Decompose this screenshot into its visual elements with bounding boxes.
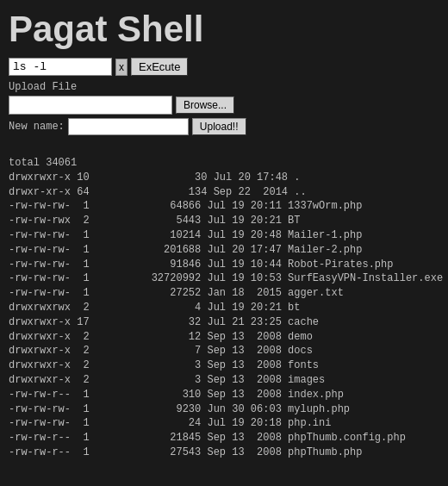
command-bar: x ExEcute <box>0 54 448 79</box>
output-area: total 34061 drwxrwxr-x 10 30 Jul 20 17:4… <box>0 147 448 469</box>
command-input[interactable] <box>9 58 112 76</box>
clear-button[interactable]: x <box>115 59 128 76</box>
file-row: Browse... <box>9 96 439 115</box>
file-input[interactable] <box>9 96 172 115</box>
newname-label: New name: <box>9 121 65 133</box>
newname-input[interactable] <box>68 118 189 135</box>
page-title: Pagat Shell <box>0 0 448 54</box>
browse-button[interactable]: Browse... <box>176 97 234 114</box>
upload-button[interactable]: Upload!! <box>192 118 246 135</box>
upload-file-label: Upload File <box>9 81 439 93</box>
newname-row: New name: Upload!! <box>9 118 439 135</box>
execute-button[interactable]: ExEcute <box>131 58 188 76</box>
upload-section: Upload File Browse... New name: Upload!! <box>0 79 448 139</box>
